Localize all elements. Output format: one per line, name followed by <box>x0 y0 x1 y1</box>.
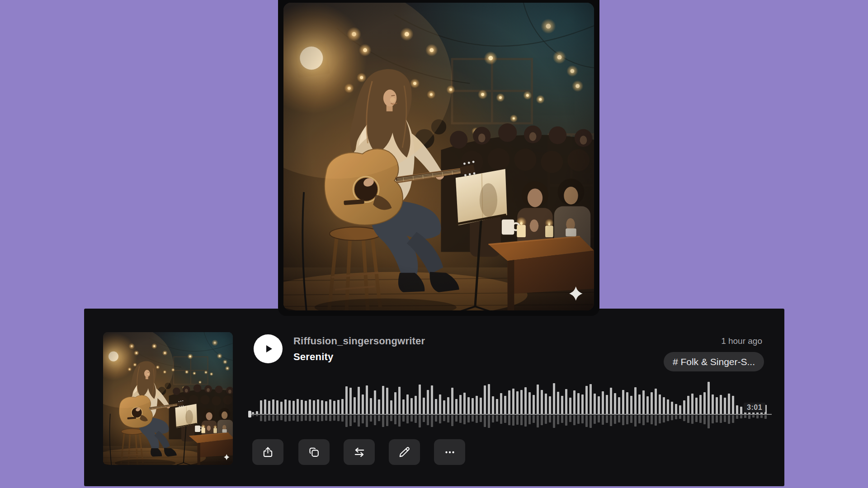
waveform[interactable]: 3:01 <box>252 380 772 430</box>
artist-name[interactable]: Riffusion_singersongwriter <box>293 335 425 347</box>
artwork-card <box>278 0 599 316</box>
edit-button[interactable] <box>389 439 420 465</box>
share-icon <box>262 446 274 458</box>
artwork-image[interactable] <box>283 3 594 310</box>
artwork-scene <box>283 3 594 310</box>
genre-tag[interactable]: # Folk & Singer-S... <box>664 352 764 371</box>
track-thumbnail[interactable] <box>103 332 233 465</box>
more-button[interactable] <box>434 439 465 465</box>
player-panel: Riffusion_singersongwriter Serenity 1 ho… <box>84 309 784 486</box>
waveform-bars <box>252 380 767 430</box>
more-ellipsis-icon <box>443 446 456 459</box>
waveform-playhead[interactable] <box>248 411 251 418</box>
app-background: { "colors": { "background": "#9080c8", "… <box>0 0 868 488</box>
edit-pencil-icon <box>398 446 410 458</box>
copy-icon <box>308 446 320 458</box>
swap-arrows-icon <box>353 446 366 459</box>
track-title: Serenity <box>293 351 333 363</box>
duration-badge: 3:01 <box>744 403 765 413</box>
copy-button[interactable] <box>298 439 330 465</box>
timestamp: 1 hour ago <box>721 336 762 346</box>
play-button[interactable] <box>254 334 283 363</box>
share-button[interactable] <box>252 439 283 465</box>
track-thumbnail-art <box>103 332 233 465</box>
remix-button[interactable] <box>344 439 375 465</box>
play-icon <box>262 343 274 355</box>
